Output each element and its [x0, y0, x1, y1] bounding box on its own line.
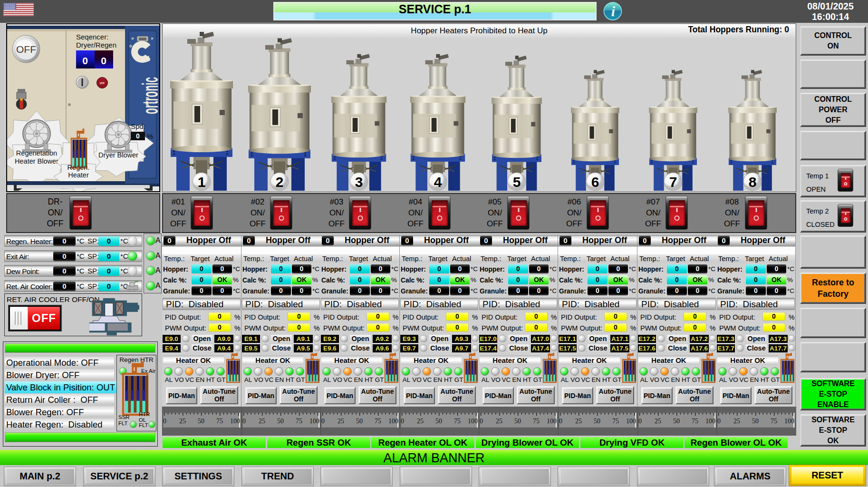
svg-text:7: 7 — [669, 174, 677, 190]
svg-text:0: 0 — [163, 418, 166, 425]
svg-text:75: 75 — [454, 418, 461, 425]
svg-text:75: 75 — [216, 418, 223, 425]
svg-text:4: 4 — [434, 174, 442, 190]
svg-text:1: 1 — [198, 174, 206, 190]
svg-text:25: 25 — [733, 418, 740, 425]
svg-text:50: 50 — [514, 418, 521, 425]
svg-text:75: 75 — [296, 418, 302, 425]
svg-text:3: 3 — [355, 174, 363, 190]
svg-text:25: 25 — [259, 418, 265, 425]
svg-text:0: 0 — [242, 418, 246, 425]
svg-text:2: 2 — [276, 174, 284, 190]
svg-text:75: 75 — [692, 418, 698, 425]
svg-text:⏮: ⏮ — [100, 80, 105, 86]
svg-text:Heater Blower: Heater Blower — [15, 157, 58, 165]
svg-text:75: 75 — [375, 418, 381, 425]
svg-text:100: 100 — [784, 418, 794, 425]
svg-text:0: 0 — [480, 418, 483, 425]
svg-text:50: 50 — [356, 418, 363, 425]
svg-text:50: 50 — [594, 418, 600, 425]
svg-text:50: 50 — [198, 418, 204, 425]
svg-text:0: 0 — [82, 55, 88, 66]
svg-text:25: 25 — [179, 418, 186, 425]
svg-text:25: 25 — [655, 418, 661, 425]
svg-text:100: 100 — [705, 418, 715, 425]
svg-text:50: 50 — [752, 418, 759, 425]
svg-text:25: 25 — [417, 418, 424, 425]
svg-text:%: % — [147, 132, 153, 140]
svg-text:75: 75 — [612, 418, 619, 425]
svg-text:75: 75 — [533, 418, 540, 425]
svg-text:Regenetation: Regenetation — [16, 149, 57, 157]
svg-text:0: 0 — [136, 132, 140, 140]
svg-text:Regen.: Regen. — [68, 164, 90, 171]
svg-text:100: 100 — [468, 418, 478, 425]
svg-text:100: 100 — [547, 418, 557, 425]
svg-text:5: 5 — [513, 174, 521, 190]
svg-text:100: 100 — [309, 418, 319, 425]
svg-text:50: 50 — [435, 418, 442, 425]
svg-text:ortronic: ortronic — [137, 77, 159, 114]
svg-text:50: 50 — [673, 418, 680, 425]
svg-text:50: 50 — [277, 418, 284, 425]
svg-text:0: 0 — [401, 418, 404, 425]
svg-text:25: 25 — [575, 418, 582, 425]
svg-text:Dryer Blower: Dryer Blower — [98, 151, 138, 159]
svg-text:Heater: Heater — [68, 171, 89, 179]
svg-text:100: 100 — [230, 418, 240, 425]
svg-text:25: 25 — [496, 418, 502, 425]
svg-text:100: 100 — [626, 418, 636, 425]
svg-text:Seqencer:: Seqencer: — [76, 33, 108, 41]
svg-text:8: 8 — [749, 174, 757, 190]
svg-text:0: 0 — [717, 418, 721, 425]
svg-text:25: 25 — [338, 418, 344, 425]
svg-text:6: 6 — [591, 174, 599, 190]
svg-text:0: 0 — [101, 55, 106, 66]
svg-text:i: i — [611, 3, 616, 19]
svg-text:100: 100 — [388, 418, 398, 425]
svg-text:0: 0 — [559, 418, 562, 425]
svg-text:Spd:: Spd: — [131, 122, 145, 130]
svg-text:0: 0 — [321, 418, 325, 425]
svg-text:75: 75 — [771, 418, 777, 425]
svg-text:OFF: OFF — [16, 44, 36, 55]
svg-text:0: 0 — [638, 418, 642, 425]
svg-text:Dryer/Regen: Dryer/Regen — [76, 41, 116, 49]
